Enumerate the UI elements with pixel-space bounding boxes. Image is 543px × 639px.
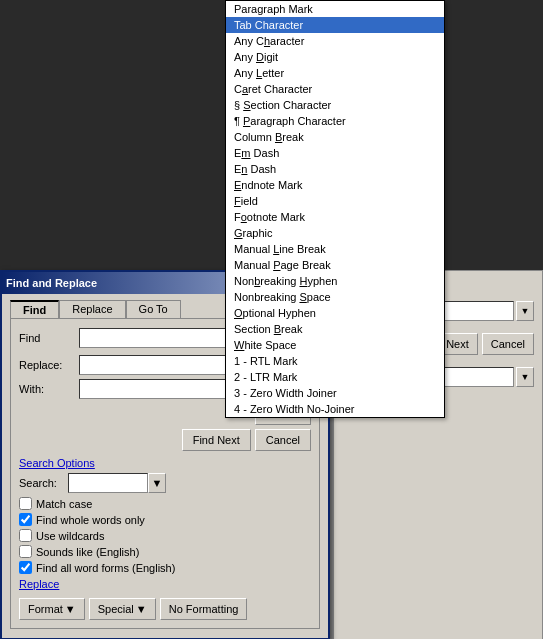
menu-item-any-letter[interactable]: Any Letter xyxy=(226,65,444,81)
special-label: Special xyxy=(98,603,134,615)
menu-item-nonbreaking-space[interactable]: Nonbreaking Space xyxy=(226,289,444,305)
find-whole-words-label: Find whole words only xyxy=(36,514,145,526)
search-dropdown-arrow[interactable]: ▼ xyxy=(148,473,166,493)
match-case-row: Match case xyxy=(19,497,311,510)
menu-item-zero-width-no-joiner[interactable]: 4 - Zero Width No-Joiner xyxy=(226,401,444,417)
search-input[interactable] xyxy=(68,473,148,493)
use-wildcards-row: Use wildcards xyxy=(19,529,311,542)
menu-item-section-character[interactable]: § Section Character xyxy=(226,97,444,113)
search-options-link[interactable]: Search Options xyxy=(19,457,311,469)
format-arrow-icon: ▼ xyxy=(65,603,76,615)
menu-item-field[interactable]: Field xyxy=(226,193,444,209)
rp-cancel-button[interactable]: Cancel xyxy=(482,333,534,355)
menu-item-optional-hyphen[interactable]: Optional Hyphen xyxy=(226,305,444,321)
menu-item-column-break[interactable]: Column Break xyxy=(226,129,444,145)
bottom-buttons: Format ▼ Special ▼ No Formatting xyxy=(19,598,311,620)
find-next-button[interactable]: Find Next xyxy=(182,429,251,451)
menu-item-tab-character[interactable]: Tab Character xyxy=(226,17,444,33)
special-dropdown-menu: Paragraph Mark Tab Character Any Charact… xyxy=(225,0,445,418)
menu-item-footnote-mark[interactable]: Footnote Mark xyxy=(226,209,444,225)
find-all-forms-label: Find all word forms (English) xyxy=(36,562,175,574)
menu-item-manual-line-break[interactable]: Manual Line Break xyxy=(226,241,444,257)
menu-item-manual-page-break[interactable]: Manual Page Break xyxy=(226,257,444,273)
menu-item-paragraph-mark[interactable]: Paragraph Mark xyxy=(226,1,444,17)
menu-item-white-space[interactable]: White Space xyxy=(226,337,444,353)
use-wildcards-label: Use wildcards xyxy=(36,530,104,542)
rp-dropdown-1[interactable]: ▼ xyxy=(516,301,534,321)
menu-item-zero-width-joiner[interactable]: 3 - Zero Width Joiner xyxy=(226,385,444,401)
dialog-title: Find and Replace xyxy=(6,277,97,289)
sounds-like-row: Sounds like (English) xyxy=(19,545,311,558)
with-label: With: xyxy=(19,383,79,395)
search-dropdown: ▼ xyxy=(68,473,166,493)
find-whole-words-row: Find whole words only xyxy=(19,513,311,526)
match-case-label: Match case xyxy=(36,498,92,510)
format-button[interactable]: Format ▼ xyxy=(19,598,85,620)
tab-replace[interactable]: Replace xyxy=(59,300,125,318)
menu-item-rtl-mark[interactable]: 1 - RTL Mark xyxy=(226,353,444,369)
menu-item-section-break[interactable]: Section Break xyxy=(226,321,444,337)
no-formatting-button[interactable]: No Formatting xyxy=(160,598,248,620)
search-field-row: Search: ▼ xyxy=(19,473,311,493)
tab-goto[interactable]: Go To xyxy=(126,300,181,318)
replace-label: Replace: xyxy=(19,359,79,371)
replace-link[interactable]: Replace xyxy=(19,578,311,590)
menu-item-caret-character[interactable]: Caret Character xyxy=(226,81,444,97)
sounds-like-checkbox[interactable] xyxy=(19,545,32,558)
menu-item-any-digit[interactable]: Any Digit xyxy=(226,49,444,65)
tab-find[interactable]: Find xyxy=(10,300,59,318)
rp-dropdown-2[interactable]: ▼ xyxy=(516,367,534,387)
cancel-button[interactable]: Cancel xyxy=(255,429,311,451)
menu-item-en-dash[interactable]: En Dash xyxy=(226,161,444,177)
menu-item-nonbreaking-hyphen[interactable]: Nonbreaking Hyphen xyxy=(226,273,444,289)
menu-item-em-dash[interactable]: Em Dash xyxy=(226,145,444,161)
menu-item-ltr-mark[interactable]: 2 - LTR Mark xyxy=(226,369,444,385)
special-button[interactable]: Special ▼ xyxy=(89,598,156,620)
use-wildcards-checkbox[interactable] xyxy=(19,529,32,542)
menu-item-graphic[interactable]: Graphic xyxy=(226,225,444,241)
find-whole-words-checkbox[interactable] xyxy=(19,513,32,526)
find-label: Find xyxy=(19,332,79,344)
sounds-like-label: Sounds like (English) xyxy=(36,546,139,558)
find-all-forms-row: Find all word forms (English) xyxy=(19,561,311,574)
menu-item-paragraph-character[interactable]: ¶ Paragraph Character xyxy=(226,113,444,129)
match-case-checkbox[interactable] xyxy=(19,497,32,510)
format-label: Format xyxy=(28,603,63,615)
special-arrow-icon: ▼ xyxy=(136,603,147,615)
menu-item-any-character[interactable]: Any Character xyxy=(226,33,444,49)
find-all-forms-checkbox[interactable] xyxy=(19,561,32,574)
search-field-label: Search: xyxy=(19,477,64,489)
menu-item-endnote-mark[interactable]: Endnote Mark xyxy=(226,177,444,193)
